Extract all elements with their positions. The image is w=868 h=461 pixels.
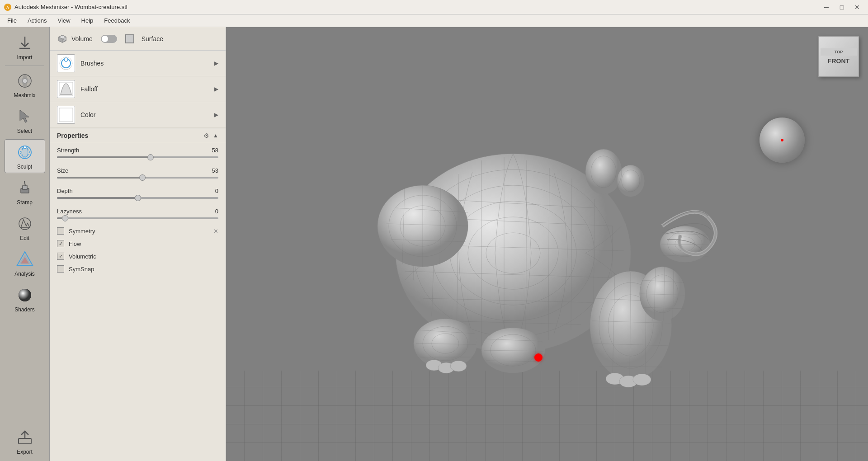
viewport[interactable]: TOP FRONT	[226, 27, 868, 461]
floor-indicator-dot	[534, 353, 542, 362]
tool-stamp[interactable]: Stamp	[5, 175, 45, 209]
properties-title: Properties	[57, 132, 200, 139]
menu-actions[interactable]: Actions	[22, 15, 52, 26]
tool-edit[interactable]: Edit	[5, 211, 45, 245]
volumetric-label: Volumetric	[69, 253, 96, 260]
creature-3d	[323, 90, 730, 398]
tool-sculpt[interactable]: Sculpt	[5, 139, 45, 173]
analysis-icon	[15, 250, 34, 269]
close-button[interactable]: ✕	[850, 1, 864, 14]
flow-checkbox[interactable]: ✓	[57, 240, 64, 247]
properties-header: Properties ⚙ ▲	[50, 128, 226, 143]
lazyness-value: 0	[215, 208, 218, 215]
svg-rect-32	[59, 108, 73, 122]
sculpt-label: Sculpt	[17, 164, 32, 170]
minimize-button[interactable]: ─	[819, 1, 834, 14]
volumetric-checkbox[interactable]: ✓	[57, 253, 64, 260]
svg-point-7	[23, 79, 27, 83]
menu-help[interactable]: Help	[76, 15, 99, 26]
select-icon	[15, 107, 34, 126]
depth-slider-thumb[interactable]	[135, 195, 141, 201]
svg-point-97	[617, 165, 644, 197]
size-slider-fill	[57, 177, 142, 179]
strength-row: Strength 58	[50, 143, 226, 164]
properties-gear-icon[interactable]: ⚙	[203, 132, 209, 139]
strength-slider-track	[57, 156, 218, 158]
strength-slider-thumb[interactable]	[147, 154, 154, 160]
color-chevron-icon: ▶	[214, 112, 218, 118]
size-slider-thumb[interactable]	[139, 174, 146, 181]
view-cube-front[interactable]: TOP FRONT	[818, 36, 859, 77]
depth-value: 0	[215, 188, 218, 194]
brushes-row[interactable]: Brushes ▶	[50, 51, 226, 76]
lazyness-label: Lazyness	[57, 208, 82, 215]
symmetry-label: Symmetry	[69, 228, 95, 235]
volume-surface-toggle: Volume Surface	[50, 27, 226, 51]
properties-collapse-icon[interactable]: ▲	[213, 132, 218, 139]
analysis-label: Analysis	[14, 271, 35, 277]
right-panel: Volume Surface Brushes ▶	[50, 27, 226, 461]
export-label: Export	[17, 449, 33, 455]
titlebar-controls: ─ □ ✕	[819, 1, 864, 14]
menu-feedback[interactable]: Feedback	[99, 15, 135, 26]
size-value: 53	[212, 167, 218, 174]
tool-analysis[interactable]: Analysis	[5, 246, 45, 280]
symmetry-remove-icon[interactable]: ✕	[213, 228, 218, 235]
tool-shaders[interactable]: Shaders	[5, 282, 45, 316]
window-title: Autodesk Meshmixer - Wombat-creature.stl	[14, 4, 127, 10]
depth-slider-track	[57, 197, 218, 199]
view-cube[interactable]: TOP FRONT	[818, 36, 859, 77]
titlebar-left: A Autodesk Meshmixer - Wombat-creature.s…	[4, 3, 127, 11]
lazyness-slider-track	[57, 217, 218, 219]
falloff-row[interactable]: Falloff ▶	[50, 76, 226, 102]
volume-label: Volume	[71, 35, 93, 42]
volume-cube-icon	[57, 33, 68, 44]
size-label: Size	[57, 167, 68, 174]
tool-export[interactable]: Export	[5, 424, 45, 458]
strength-label: Strength	[57, 147, 79, 154]
strength-value: 58	[212, 147, 218, 154]
surface-icon	[125, 34, 134, 43]
depth-slider-fill	[57, 197, 138, 199]
shaders-label: Shaders	[14, 306, 35, 313]
tool-select[interactable]: Select	[5, 103, 45, 137]
sculpt-icon	[15, 143, 34, 162]
svg-rect-13	[23, 186, 27, 189]
strength-slider-fill	[57, 156, 151, 158]
stamp-icon	[15, 179, 34, 198]
brushes-chevron-icon: ▶	[214, 60, 218, 66]
symsnap-row: SymSnap	[50, 263, 226, 275]
lazyness-slider-thumb[interactable]	[62, 215, 68, 221]
export-icon	[15, 428, 34, 447]
size-row: Size 53	[50, 164, 226, 184]
symsnap-label: SymSnap	[69, 266, 94, 273]
svg-point-95	[633, 374, 651, 386]
maximize-button[interactable]: □	[835, 1, 849, 14]
app-logo-icon: A	[4, 3, 12, 11]
menu-file[interactable]: File	[2, 15, 22, 26]
edit-icon	[15, 214, 34, 233]
svg-marker-8	[20, 110, 29, 122]
menubar: File Actions View Help Feedback	[0, 14, 868, 27]
svg-point-11	[24, 146, 26, 149]
svg-text:A: A	[6, 5, 9, 10]
shaders-icon	[15, 286, 34, 305]
size-slider-track	[57, 177, 218, 179]
tool-import[interactable]: Import	[5, 30, 45, 64]
sidebar-divider-1	[5, 66, 44, 66]
volume-surface-switch[interactable]	[101, 35, 117, 43]
tool-meshmix[interactable]: Meshmix	[5, 68, 45, 102]
color-preview	[57, 106, 75, 124]
menu-view[interactable]: View	[52, 15, 76, 26]
falloff-preview	[57, 80, 75, 98]
svg-point-81	[450, 361, 467, 372]
symmetry-checkbox[interactable]	[57, 227, 64, 235]
color-label: Color	[80, 111, 209, 118]
depth-row: Depth 0	[50, 184, 226, 204]
falloff-label: Falloff	[80, 85, 209, 93]
brushes-preview	[57, 54, 75, 72]
select-label: Select	[17, 128, 32, 134]
symsnap-checkbox[interactable]	[57, 265, 64, 273]
flow-row: ✓ Flow	[50, 237, 226, 250]
color-row[interactable]: Color ▶	[50, 102, 226, 128]
